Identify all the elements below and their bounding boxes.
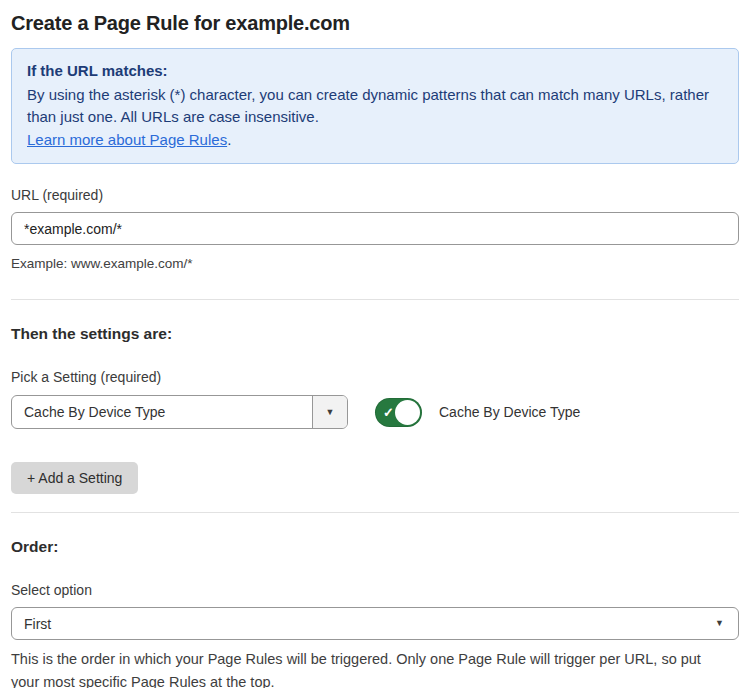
- settings-section-heading: Then the settings are:: [11, 325, 739, 343]
- setting-select-arrow-button[interactable]: ▼: [312, 396, 347, 428]
- setting-row: Cache By Device Type ▼ ✓ Cache By Device…: [11, 395, 739, 429]
- divider: [11, 299, 739, 300]
- setting-select-value: Cache By Device Type: [12, 396, 312, 428]
- setting-select[interactable]: Cache By Device Type ▼: [11, 395, 348, 429]
- url-match-info-box: If the URL matches: By using the asteris…: [11, 48, 739, 164]
- order-select[interactable]: First ▼: [11, 607, 739, 640]
- url-input[interactable]: [11, 212, 739, 245]
- url-helper-text: Example: www.example.com/*: [11, 254, 739, 274]
- url-field-label: URL (required): [11, 187, 739, 203]
- pick-setting-label: Pick a Setting (required): [11, 369, 739, 385]
- check-icon: ✓: [383, 406, 394, 419]
- toggle-label: Cache By Device Type: [439, 404, 580, 420]
- link-suffix: .: [227, 131, 231, 148]
- learn-more-link[interactable]: Learn more about Page Rules: [27, 131, 227, 148]
- cache-by-device-toggle[interactable]: ✓: [375, 398, 422, 427]
- toggle-knob: [395, 400, 420, 425]
- page-rule-form: Create a Page Rule for example.com If th…: [0, 0, 750, 688]
- info-box-heading: If the URL matches:: [27, 60, 723, 83]
- order-section-heading: Order:: [11, 538, 739, 556]
- order-select-label: Select option: [11, 582, 739, 598]
- info-box-body: By using the asterisk (*) character, you…: [27, 84, 723, 129]
- add-setting-button[interactable]: + Add a Setting: [11, 462, 138, 494]
- info-box-link-row: Learn more about Page Rules.: [27, 129, 723, 152]
- divider: [11, 512, 739, 513]
- chevron-down-icon: ▼: [326, 408, 335, 417]
- chevron-down-icon: ▼: [715, 619, 724, 628]
- page-title: Create a Page Rule for example.com: [11, 12, 739, 35]
- order-helper-text: This is the order in which your Page Rul…: [11, 648, 733, 688]
- order-select-value: First: [24, 616, 715, 632]
